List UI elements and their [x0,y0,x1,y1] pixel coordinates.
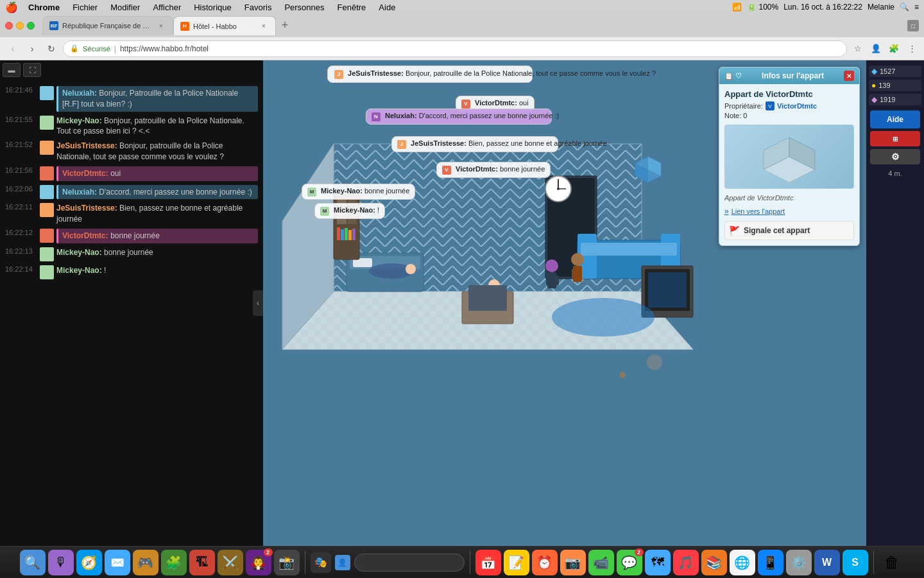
dock-calendar[interactable]: 📅 [475,550,501,575]
room-link[interactable]: » Lien vers l'appart [724,207,854,216]
menu-bar: 🍎 Chrome Fichier Modifier Afficher Histo… [0,0,924,14]
tab-republique[interactable]: RF République Française de Hab... × [42,16,173,35]
menu-afficher[interactable]: Afficher [150,3,184,12]
dock-game6[interactable]: 📸 [274,550,300,575]
tab-habbo[interactable]: H Hôtel - Habbo × [173,16,276,35]
room-bubble-top: J JeSuisTristesse: Bonjour, patrouille d… [327,66,533,83]
msg-time-1: 16:21:46 [5,86,37,94]
dock-facetime[interactable]: 📹 [588,550,614,575]
svg-point-45 [619,372,626,378]
msg-avatar-2 [40,116,54,130]
apple-menu[interactable]: 🍎 [5,1,18,13]
svg-rect-17 [352,229,355,240]
back-button[interactable]: ‹ [5,41,21,57]
chat-msg-2: 16:21:55 Mickey-Nao: Bonjour, patrouille… [5,114,258,139]
dock-chat-emoji-btn[interactable]: 🎭 [311,552,331,573]
dock-maps[interactable]: 🗺 [645,550,671,575]
dock-chat-bar[interactable] [354,554,465,572]
dock-separator-3 [873,551,874,574]
menu-button[interactable]: ⋮ [905,42,919,56]
tab-close-habbo[interactable]: × [259,21,269,31]
room-info-body: Appart de VictorDtmtc Propriétaire: V Vi… [719,84,859,245]
menu-modifier[interactable]: Modifier [108,3,142,12]
dock-chat-input[interactable] [361,558,458,567]
svg-point-37 [406,264,416,274]
menu-fenetre[interactable]: Fenêtre [335,3,369,12]
menu-favoris[interactable]: Favoris [242,3,275,12]
dock-mail[interactable]: ✉️ [105,550,130,575]
dock-game1[interactable]: 🎮 [133,550,158,575]
menu-historique[interactable]: Historique [191,3,234,12]
new-tab-button[interactable]: + [276,16,294,34]
svg-point-32 [571,253,584,266]
dock-books[interactable]: 📚 [701,550,727,575]
msg-text-7: VictorDtmtc: bonne journée [56,229,258,243]
dock-word[interactable]: W [814,550,840,575]
dock-messages[interactable]: 💬 2 [617,550,642,575]
dock-sysprefs[interactable]: ⚙️ [786,550,812,575]
forward-button[interactable]: › [24,41,40,57]
reload-button[interactable]: ↻ [44,41,59,57]
dock-game5[interactable]: 🧛 2 [246,550,271,575]
dock-chrome[interactable]: 🌐 [730,550,755,575]
menu-chrome[interactable]: Chrome [26,3,62,12]
dock-game3[interactable]: 🏗 [189,550,215,575]
dock-skype[interactable]: S [843,550,868,575]
dock-finder[interactable]: 🔍 [20,550,46,575]
dock-appstore[interactable]: 📱 [758,550,783,575]
menu-personnes[interactable]: Personnes [282,3,327,12]
url-bar[interactable]: 🔒 Sécurisé | https://www.habbo.fr/hotel [63,40,847,57]
tab-close-republique[interactable]: × [156,21,166,31]
game-area[interactable]: J JeSuisTristesse: Bonjour, patrouille d… [263,60,924,546]
rating-value: 0 [743,112,747,119]
dock-trash[interactable]: 🗑 [879,550,905,575]
chat-collapse-arrow[interactable]: ‹ [253,290,263,316]
owner-label: Propriétaire: [724,102,763,110]
purple-count: 1919 [880,96,895,103]
dock-separator-2 [470,551,470,574]
msg-avatar-8 [40,247,54,261]
dock-game4[interactable]: ⚔️ [218,550,243,575]
hud-diamonds: ◆ 1527 [869,66,921,77]
room-info-title: Infos sur l'appart [742,71,844,80]
hud-purple: ◆ 1919 [869,94,921,105]
menu-aide[interactable]: Aide [376,3,398,12]
room-bubble-victor-bonne: V VictorDtmtc: bonne journée [436,162,551,178]
msg-avatar-9 [40,265,54,279]
close-window-btn[interactable] [5,22,13,30]
window-restore-btn[interactable]: □ [907,20,919,31]
address-bar: ‹ › ↻ 🔒 Sécurisé | https://www.habbo.fr/… [0,37,924,60]
dock-photos[interactable]: 📷 [560,550,586,575]
menu-fichier[interactable]: Fichier [70,3,100,12]
aide-button[interactable]: Aide [870,110,920,128]
maximize-window-btn[interactable] [27,22,35,30]
dock-chat-avatar-btn[interactable]: 👤 [335,555,350,570]
control-center-icon[interactable]: ≡ [914,3,919,12]
profiles-button[interactable]: 👤 [869,42,883,56]
svg-point-44 [647,355,662,370]
dock-game2[interactable]: 🧩 [161,550,187,575]
hud-red-button[interactable]: ⊞ [870,131,920,146]
room-svg [270,112,706,433]
dock-notes[interactable]: 📝 [504,550,529,575]
minimize-window-btn[interactable] [16,22,24,30]
chat-expand-btn[interactable]: ⛶ [23,63,41,77]
msg-text-5: Neluxiah: D'accord, merci passez une bon… [56,185,258,200]
report-button[interactable]: 🚩 Signale cet appart [724,221,854,240]
svg-rect-14 [341,229,344,240]
dock-badge-game5: 2 [264,548,273,556]
dock-reminders[interactable]: ⏰ [532,550,558,575]
hud-gear-button[interactable]: ⚙ [870,149,920,164]
dock-music[interactable]: 🎵 [673,550,699,575]
room-info-close-btn[interactable]: ✕ [844,71,854,81]
chat-minimize-btn[interactable]: ▬ [3,63,21,77]
diamond-icon: ◆ [871,67,877,76]
extensions-button[interactable]: 🧩 [887,42,901,56]
svg-rect-31 [556,276,559,285]
dock-safari[interactable]: 🧭 [76,550,102,575]
chat-msg-3: 16:21:52 JeSuisTristesse: Bonjour, patro… [5,139,258,164]
bookmark-button[interactable]: ☆ [851,42,865,56]
search-icon[interactable]: 🔍 [900,3,909,12]
msg-text-9: Mickey-Nao: ! [56,265,258,276]
dock-siri[interactable]: 🎙 [48,550,74,575]
